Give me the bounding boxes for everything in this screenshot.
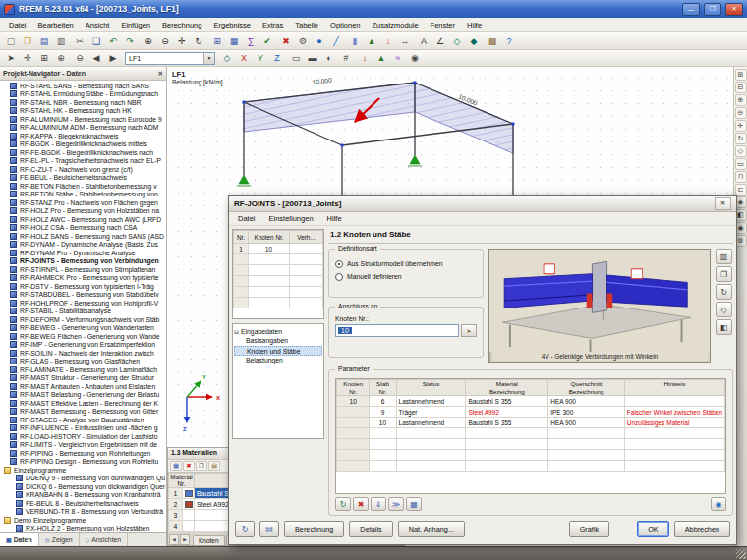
definition-option[interactable]: Aus Strukturmodell übernehmen	[335, 257, 477, 270]
redo-icon[interactable]: ↷	[122, 34, 138, 48]
navigator-item[interactable]: KRANBAHN 8 - Bemessung von Kranbahnträ	[2, 491, 166, 500]
navigator-item[interactable]: RF-EL-PL - Tragsicherheitsnachweis nach …	[2, 157, 166, 166]
show-results-icon[interactable]: ≈	[390, 51, 406, 65]
navigator-tab-zeigen[interactable]: ◎Zeigen	[39, 533, 80, 546]
material-grid-icon[interactable]: ▦	[170, 461, 182, 471]
print-preview-icon[interactable]: ▥	[716, 249, 732, 264]
new-icon[interactable]: ▢	[3, 34, 19, 48]
ok-button[interactable]: OK	[637, 521, 669, 537]
wireframe-icon[interactable]: ▭	[288, 51, 304, 65]
visibility-icon[interactable]: ◉	[407, 51, 423, 65]
navigator-item[interactable]: RF-HOLZ AWC - Bemessung nach AWC (LRFD	[2, 215, 166, 224]
zoom-in-icon[interactable]: ⊕	[735, 94, 747, 106]
navigator-item[interactable]: RF-PIPING - Bemessung von Rohrleitungen	[2, 449, 166, 458]
pan-icon[interactable]: ✛	[174, 34, 190, 48]
material-library-icon[interactable]: ▤	[208, 461, 220, 471]
calculator-icon[interactable]: ▩	[485, 34, 500, 48]
dimension-icon[interactable]: ↔	[397, 34, 413, 48]
parameters-table[interactable]: KnotenNr.StabNr.Status MaterialBezeichnu…	[336, 379, 725, 472]
navigator-item[interactable]: RF-BEWEG - Generierung von Wanderlasten	[2, 324, 166, 333]
support-icon[interactable]: ▲	[364, 34, 379, 48]
grid-icon[interactable]: ⊞	[209, 34, 225, 48]
show-loads-icon[interactable]: ↓	[357, 51, 373, 65]
export-down-icon[interactable]: ⇓	[371, 497, 386, 511]
check-icon[interactable]: ✔	[259, 34, 275, 48]
isometry-view-icon[interactable]: ◇	[219, 51, 235, 65]
navigator-item[interactable]: RF-STIRNPL - Bemessung von Stirnplattena…	[2, 265, 166, 274]
load-icon[interactable]: ↓	[380, 34, 396, 48]
case-row[interactable]: 110	[234, 244, 323, 254]
navigator-item[interactable]: DICKQ 6 - Bemessung von dickwandigen Que…	[2, 482, 166, 491]
navigator-item[interactable]: RF-MAST Anbauten - Anbauten und Eislaste…	[2, 382, 166, 391]
navigator-tab-ansichten[interactable]: ◇Ansichten	[80, 533, 128, 546]
menu-item-fenster[interactable]: Fenster	[425, 20, 461, 30]
navigator-item[interactable]: FE-BEUL 8 - Beulsicherheitsnachweis	[2, 499, 166, 508]
maximize-button[interactable]: ❐	[704, 3, 721, 16]
navigator-item[interactable]: RF-DYNAM Pro - Dynamische Analyse	[2, 249, 166, 257]
navigator-item[interactable]: RF-STANZ Pro - Nachweis von Flächen gege…	[2, 198, 166, 207]
navigator-item[interactable]: RF-DSTV - Bemessung von typisierten I-Tr…	[2, 282, 166, 291]
input-tree-item[interactable]: Knoten und Stäbe	[234, 346, 322, 356]
navigator-item[interactable]: FE-BEUL - Beulsicherheitsnachweis	[2, 174, 166, 183]
navigator-item[interactable]: RF-MAST Bemessung - Bemessung von Gitter	[2, 408, 166, 417]
navigator-item[interactable]: RF-PIPING Design - Bemessung von Rohrlei…	[2, 458, 166, 467]
dialog-menu-hilfe[interactable]: Hilfe	[320, 213, 349, 224]
solid-model-icon[interactable]: ▬	[305, 51, 320, 65]
resize-grip[interactable]	[736, 549, 746, 559]
rotate-icon[interactable]: ↻	[191, 34, 206, 48]
undo-icon[interactable]: ↶	[105, 34, 121, 48]
zoom-all-icon[interactable]: ⊞	[735, 69, 747, 81]
menu-item-einfügen[interactable]: Einfügen	[115, 20, 156, 30]
navigator-item[interactable]: RF-KAPPA - Biegeknicknachweis	[2, 132, 166, 140]
recalc-button[interactable]: ↻	[235, 521, 255, 537]
menu-item-bearbeiten[interactable]: Bearbeiten	[32, 20, 80, 30]
tabs-scroll-right-icon[interactable]: ▶	[180, 534, 190, 545]
berechnung-button[interactable]: Berechnung	[284, 521, 344, 537]
load-case-combo[interactable]: LF1 ▼	[125, 52, 215, 65]
dialog-title-bar[interactable]: RF-JOINTS - [200713_Joints] ✕	[229, 196, 736, 212]
navigator-item[interactable]: RF-BETON Stäbe - Stahlbetonbemessung von	[2, 191, 166, 199]
menu-item-ansicht[interactable]: Ansicht	[80, 20, 116, 30]
menu-item-tabelle[interactable]: Tabelle	[289, 20, 324, 30]
grafik-button[interactable]: Grafik	[569, 521, 609, 537]
chevron-down-icon[interactable]: ▼	[203, 53, 214, 64]
navigator-item[interactable]: RF-HOLZ CSA - Bemessung nach CSA	[2, 224, 166, 233]
close-button[interactable]: ✕	[725, 3, 743, 16]
navigator-item[interactable]: RF-FE-BGDK - Biegedrillknicknachweis nac…	[2, 148, 166, 157]
tabs-scroll-left-icon[interactable]: ◀	[169, 534, 179, 545]
input-tree-item[interactable]: Basisangaben	[234, 336, 322, 346]
dialog-menu-einstellungen[interactable]: Einstellungen	[262, 213, 320, 224]
zoom-in-icon[interactable]: ⊕	[53, 51, 69, 65]
abbrechen-button[interactable]: Abbrechen	[674, 521, 730, 537]
navigator-item[interactable]: RF-INFLUENCE - Einflusslinien und -fläch…	[2, 424, 166, 433]
angle-icon[interactable]: ∠	[432, 34, 448, 48]
navigator-item[interactable]: RF-DEFORM - Verformungsnachweis von Stäb	[2, 315, 166, 324]
menu-item-extras[interactable]: Extras	[257, 20, 289, 30]
details-button[interactable]: Details	[349, 521, 392, 537]
line-icon[interactable]: ╱	[328, 34, 344, 48]
cases-table[interactable]: Nr.Knoten Nr.Verh...110	[233, 230, 323, 308]
save-icon[interactable]: ▤	[36, 34, 52, 48]
navigator-item[interactable]: RF-LAMINATE - Bemessung von Laminatfläch	[2, 365, 166, 374]
navigator-item[interactable]: RF-ALUMINIUM - Bemessung nach Eurocode 9	[2, 115, 166, 124]
next-view-icon[interactable]: ▶	[105, 51, 121, 65]
zoom-out-icon[interactable]: ⊖	[157, 34, 173, 48]
zoom-out-icon[interactable]: ⊖	[735, 107, 747, 119]
navigator-item[interactable]: RF-BGDK - Biegedrillknicknachweis mittel…	[2, 140, 166, 149]
parameter-row[interactable]: 10LastannehmendBaustahl S 355HEA 900Unzu…	[337, 418, 725, 428]
nat-anhang-button[interactable]: Nat. Anhang...	[398, 521, 465, 537]
print-icon[interactable]: ▥	[53, 34, 69, 48]
view-x-icon[interactable]: X	[236, 51, 252, 65]
copy-material-icon[interactable]: ❐	[196, 461, 207, 471]
parameter-row[interactable]: 9TrägerSteel A992IPE 300Falscher Winkel …	[337, 407, 725, 418]
navigator-item[interactable]: RF-STABIL - Stabilitätsanalyse	[2, 308, 166, 316]
navigator-item[interactable]: RX-HOLZ 2 - Bemessung von Holzstäben	[2, 525, 166, 533]
tables-icon[interactable]: ▦	[226, 34, 242, 48]
copy-icon[interactable]: ❑	[88, 34, 104, 48]
input-tree-item[interactable]: Belastungen	[234, 356, 322, 365]
navigator-item[interactable]: RF-IMP - Generierung von Ersatzimperfekt…	[2, 341, 166, 350]
zoom-out-icon[interactable]: ⊖	[72, 51, 87, 65]
delete-material-icon[interactable]: ✖	[183, 461, 195, 471]
definition-option[interactable]: Manuell definieren	[335, 270, 477, 283]
zoom-in-icon[interactable]: ⊕	[141, 34, 156, 48]
